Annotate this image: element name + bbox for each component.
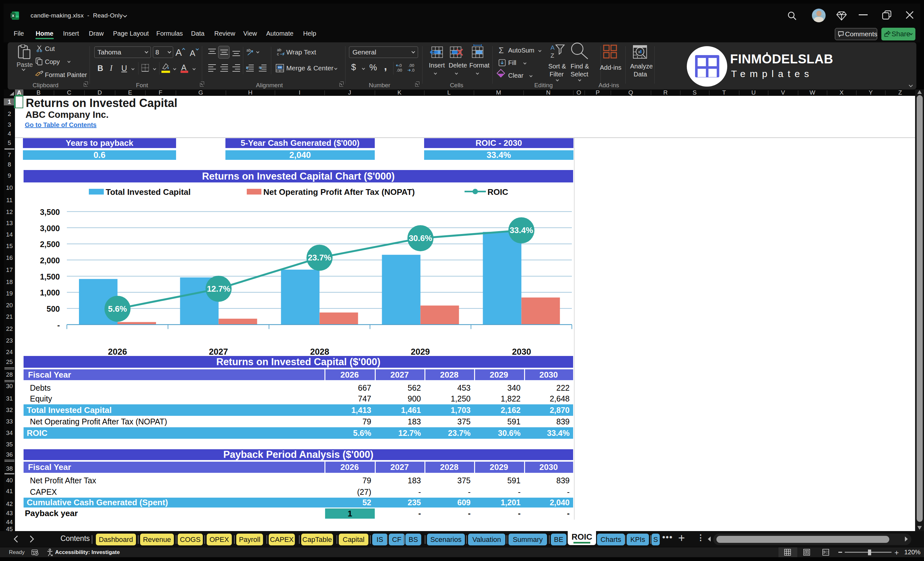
svg-text:.0: .0 [411,68,414,72]
svg-text:ab: ab [246,48,251,52]
svg-text:Z: Z [550,52,554,59]
svg-text:23.7%: 23.7% [308,253,332,262]
svg-text:ab: ab [277,48,282,52]
svg-text:.00: .00 [396,68,402,72]
svg-text:30.6%: 30.6% [409,233,432,243]
svg-text:A: A [550,44,555,51]
svg-text:c: c [277,52,279,56]
svg-text:12.7%: 12.7% [207,284,231,294]
svg-text:5.6%: 5.6% [108,304,127,314]
svg-text:33.4%: 33.4% [510,225,533,235]
svg-text:.00: .00 [408,63,414,68]
